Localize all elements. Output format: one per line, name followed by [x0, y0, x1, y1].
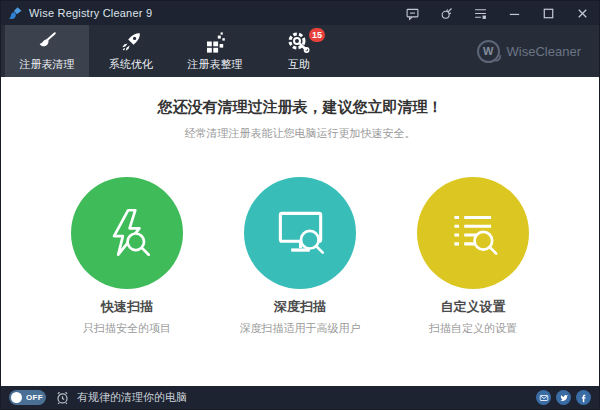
feedback-icon	[405, 6, 420, 21]
scan-actions: 快速扫描 只扫描安全的项目 深度扫描 深度扫描适用于高级用户	[1, 177, 599, 336]
toggle-state: OFF	[26, 393, 43, 402]
tab-label: 互助	[288, 57, 310, 72]
defrag-blocks-icon	[203, 30, 227, 54]
deep-scan-button[interactable]	[244, 177, 356, 289]
theme-icon	[439, 6, 454, 21]
notification-badge: 15	[309, 28, 325, 42]
tab-label: 系统优化	[109, 57, 153, 72]
quick-scan-description: 只扫描安全的项目	[83, 321, 171, 336]
facebook-icon	[579, 393, 589, 403]
rocket-icon	[119, 30, 143, 54]
deep-scan-label: 深度扫描	[274, 298, 326, 316]
minimize-button[interactable]	[497, 1, 531, 25]
schedule-message: 有规律的清理你的电脑	[77, 390, 187, 405]
alarm-clock-icon	[55, 390, 70, 405]
facebook-button[interactable]	[576, 390, 591, 405]
wisecleaner-logo[interactable]: W WiseCleaner	[477, 25, 581, 77]
title-bar: Wise Registry Cleaner 9	[1, 1, 599, 25]
brush-icon	[35, 30, 59, 54]
main-content: 您还没有清理过注册表，建议您立即清理！ 经常清理注册表能让您电脑运行更加快速安全…	[1, 77, 599, 386]
close-icon	[575, 6, 590, 21]
list-scan-icon	[442, 202, 504, 264]
menu-button[interactable]	[463, 1, 497, 25]
quick-scan-label: 快速扫描	[101, 298, 153, 316]
custom-settings-label: 自定义设置	[441, 298, 506, 316]
deep-scan-description: 深度扫描适用于高级用户	[240, 321, 361, 336]
close-button[interactable]	[565, 1, 599, 25]
twitter-button[interactable]	[556, 390, 571, 405]
feedback-button[interactable]	[395, 1, 429, 25]
email-icon	[539, 393, 549, 403]
social-links	[536, 390, 591, 405]
theme-button[interactable]	[429, 1, 463, 25]
custom-settings-action: 自定义设置 扫描自定义的设置	[408, 177, 538, 336]
app-window: Wise Registry Cleaner 9	[0, 0, 600, 410]
nav-bar: 注册表清理 系统优化	[1, 25, 599, 77]
tab-help[interactable]: 互助 15	[257, 25, 341, 77]
deep-scan-action: 深度扫描 深度扫描适用于高级用户	[235, 177, 365, 336]
custom-settings-description: 扫描自定义的设置	[429, 321, 517, 336]
quick-scan-action: 快速扫描 只扫描安全的项目	[62, 177, 192, 336]
menu-icon	[473, 6, 488, 21]
monitor-scan-icon	[269, 202, 331, 264]
brand-w-icon: W	[477, 40, 500, 63]
page-title: 您还没有清理过注册表，建议您立即清理！	[1, 98, 599, 117]
custom-settings-button[interactable]	[417, 177, 529, 289]
window-title: Wise Registry Cleaner 9	[29, 7, 152, 19]
schedule-toggle[interactable]: OFF	[9, 390, 46, 405]
gear-wrench-icon	[287, 30, 311, 54]
maximize-button[interactable]	[531, 1, 565, 25]
quick-scan-button[interactable]	[71, 177, 183, 289]
page-subtitle: 经常清理注册表能让您电脑运行更加快速安全。	[1, 126, 599, 141]
maximize-icon	[541, 6, 556, 21]
tab-system-tuneup[interactable]: 系统优化	[89, 25, 173, 77]
twitter-icon	[559, 393, 569, 403]
email-button[interactable]	[536, 390, 551, 405]
tab-registry-cleaner[interactable]: 注册表清理	[5, 25, 89, 77]
tab-label: 注册表整理	[188, 57, 243, 72]
minimize-icon	[507, 6, 522, 21]
toggle-knob-icon	[11, 392, 22, 403]
app-logo-icon	[8, 6, 23, 21]
lightning-scan-icon	[96, 202, 158, 264]
tab-registry-defrag[interactable]: 注册表整理	[173, 25, 257, 77]
tab-label: 注册表清理	[20, 57, 75, 72]
brand-name: WiseCleaner	[507, 44, 581, 59]
status-bar: OFF 有规律的清理你的电脑	[1, 386, 599, 409]
